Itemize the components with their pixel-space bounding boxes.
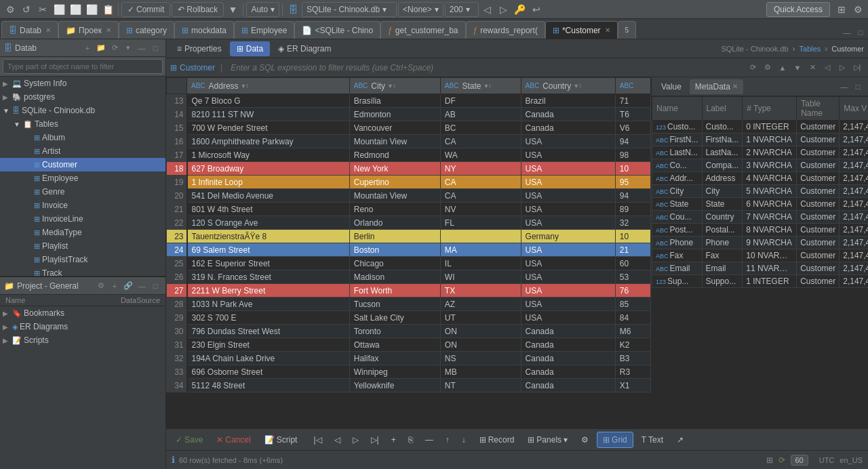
cell-city[interactable]: Mountain View [349, 135, 440, 148]
cell-state[interactable]: IL [440, 257, 521, 270]
cell-address[interactable]: 319 N. Frances Street [187, 270, 350, 284]
project-settings-btn[interactable]: ⚙ [95, 280, 107, 292]
cell-postal[interactable]: 53 [615, 270, 650, 284]
commit-button[interactable]: ✓ Commit [121, 2, 170, 17]
grid-button[interactable]: ⊞ Grid [597, 432, 633, 448]
cell-country[interactable]: USA [521, 162, 615, 176]
script-button[interactable]: 📝 Script [259, 432, 303, 448]
tree-customer[interactable]: ⊞ Customer [0, 158, 165, 171]
cell-postal[interactable]: 76 [615, 284, 650, 298]
tab-maximize[interactable]: □ [854, 26, 867, 39]
cell-postal[interactable]: M6 [615, 325, 650, 338]
cell-address[interactable]: 1033 N Park Ave [187, 298, 350, 311]
cell-city[interactable]: Cupertino [349, 176, 440, 189]
country-filter-icon[interactable]: ▼! [573, 83, 580, 89]
cell-country[interactable]: USA [521, 216, 615, 230]
cell-city[interactable]: Brasília [349, 94, 440, 108]
table-row[interactable]: 22120 S Orange AveOrlandoFLUSA32 [167, 216, 651, 230]
grid-settings-btn[interactable]: ⚙ [576, 432, 594, 448]
filter-clear-btn[interactable]: ✕ [806, 61, 819, 75]
cell-state[interactable]: BC [440, 121, 521, 135]
tree-sqlite-db[interactable]: ▼ 🗄 SQLite - Chinook.db [0, 104, 165, 117]
tree-postgres[interactable]: ▶ 🐘 postgres [0, 90, 165, 104]
filter-input[interactable] [228, 60, 743, 75]
panel-close-btn[interactable]: □ [149, 42, 161, 54]
panel-minimize-btn[interactable]: — [136, 42, 148, 54]
auto-dropdown[interactable]: Auto ▾ [246, 2, 279, 17]
cell-city[interactable]: Orlando [349, 216, 440, 230]
row-nav-first[interactable]: |◁ [308, 432, 327, 448]
tree-invoiceline[interactable]: ⊞ InvoiceLine [0, 212, 165, 226]
panel-folder-btn[interactable]: 📁 [95, 42, 107, 54]
tree-tables[interactable]: ▼ 📋 Tables [0, 117, 165, 131]
tab-employee[interactable]: ⊞ Employee [234, 21, 294, 39]
tab-rewards-report[interactable]: ƒ rewards_report( [466, 21, 545, 39]
toolbar-icon-6[interactable]: ⬜ [84, 2, 99, 17]
quick-access-button[interactable]: Quick Access [766, 2, 830, 17]
save-button[interactable]: ✓ Save [170, 432, 208, 448]
city-filter-icon[interactable]: ▼! [387, 83, 395, 89]
cell-address[interactable]: 302 S 700 E [187, 311, 350, 325]
toolbar-icon-4[interactable]: ⬜ [52, 2, 66, 17]
filter-nav3-btn[interactable]: ▷| [850, 61, 864, 75]
db-dropdown[interactable]: SQLite - Chinook.db ▾ [302, 2, 397, 17]
cell-state[interactable]: NY [440, 162, 521, 176]
cell-country[interactable]: Germany [521, 230, 615, 243]
cell-postal[interactable]: 98 [615, 148, 650, 162]
cell-state[interactable]: CA [440, 176, 521, 189]
cell-postal[interactable]: 10 [615, 162, 650, 176]
cell-address[interactable]: 2211 W Berry Street [187, 284, 350, 298]
cell-postal[interactable]: 60 [615, 257, 650, 270]
cell-address[interactable]: 120 S Orange Ave [187, 216, 350, 230]
row-moveup[interactable]: ↑ [440, 432, 455, 448]
table-row[interactable]: 281033 N Park AveTucsonAZUSA85 [167, 298, 651, 311]
cell-city[interactable]: Berlin [349, 230, 440, 243]
filter-nav1-btn[interactable]: ◁ [821, 61, 834, 75]
project-scripts[interactable]: ▶ 📝 Scripts [0, 333, 165, 347]
cell-city[interactable]: Toronto [349, 325, 440, 338]
cell-postal[interactable]: V6 [615, 121, 650, 135]
cell-state[interactable]: NT [440, 379, 521, 392]
cell-address[interactable]: 1 Infinite Loop [187, 176, 350, 189]
cell-country[interactable]: Canada [521, 108, 615, 121]
cell-postal[interactable]: 21 [615, 243, 650, 257]
cancel-button[interactable]: ✕ Cancel [211, 432, 256, 448]
cell-address[interactable]: Qe 7 Bloco G [187, 94, 350, 108]
toolbar-icon-3[interactable]: ✂ [35, 2, 50, 17]
meta-tab-value[interactable]: Value [656, 79, 687, 94]
cell-address[interactable]: 700 W Pender Street [187, 121, 350, 135]
cell-country[interactable]: Canada [521, 352, 615, 365]
cell-state[interactable]: ON [440, 325, 521, 338]
cell-address[interactable]: 69 Salem Street [187, 243, 350, 257]
cell-address[interactable]: 801 W 4th Street [187, 203, 350, 216]
cell-state[interactable]: AB [440, 108, 521, 121]
project-er-diagrams[interactable]: ▶ ◈ ER Diagrams [0, 320, 165, 333]
cell-postal[interactable]: T6 [615, 108, 650, 121]
tab-mockdata[interactable]: ⊞ mockdata [174, 21, 234, 39]
search-input[interactable] [3, 59, 163, 74]
cell-postal[interactable]: 32 [615, 216, 650, 230]
cell-city[interactable]: Chicago [349, 257, 440, 270]
cell-address[interactable]: 541 Del Medio Avenue [187, 189, 350, 203]
cell-country[interactable]: USA [521, 148, 615, 162]
cell-postal[interactable]: 84 [615, 311, 650, 325]
cell-country[interactable]: USA [521, 298, 615, 311]
table-row[interactable]: 29302 S 700 ESalt Lake CityUTUSA84 [167, 311, 651, 325]
sub-tab-er-diagram[interactable]: ◈ ER Diagram [271, 41, 338, 56]
table-row[interactable]: 15700 W Pender StreetVancouverBCCanadaV6 [167, 121, 651, 135]
row-nav-last[interactable]: ▷| [366, 432, 384, 448]
tree-artist[interactable]: ⊞ Artist [0, 144, 165, 158]
cell-country[interactable]: Canada [521, 379, 615, 392]
panels-button[interactable]: ⊞ Panels ▾ [522, 432, 573, 448]
tree-employee[interactable]: ⊞ Employee [0, 171, 165, 185]
record-button[interactable]: ⊞ Record [474, 432, 520, 448]
cell-state[interactable]: MA [440, 243, 521, 257]
cell-address[interactable]: 696 Osborne Street [187, 365, 350, 379]
panel-sync-btn[interactable]: ⟳ [108, 42, 121, 54]
tree-track[interactable]: ⊞ Track [0, 266, 165, 276]
tab-customer-close[interactable]: ✕ [605, 26, 610, 34]
project-link-btn[interactable]: 🔗 [122, 280, 134, 292]
cell-postal[interactable]: B3 [615, 352, 650, 365]
toolbar-nav-3[interactable]: 🔑 [513, 2, 528, 17]
cell-address[interactable]: 162 E Superior Street [187, 257, 350, 270]
